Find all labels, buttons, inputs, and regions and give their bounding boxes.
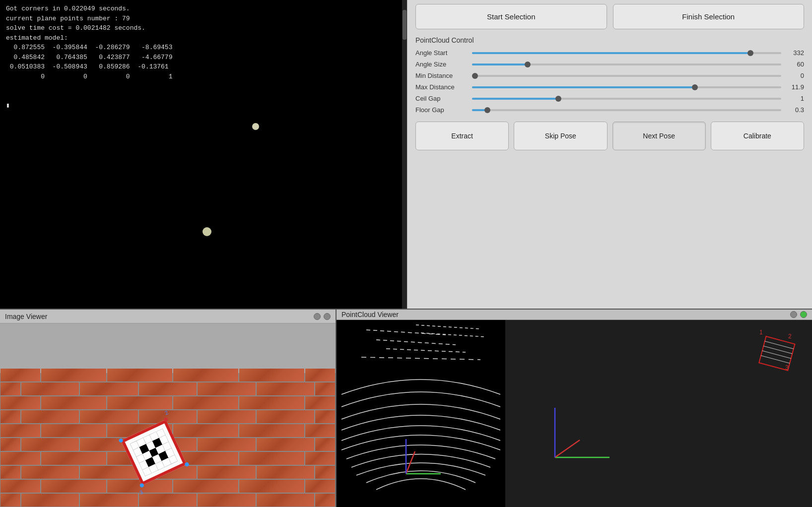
pc-btn-1[interactable] (790, 311, 797, 318)
finish-selection-button[interactable]: Finish Selection (613, 4, 805, 29)
ceil-gap-value: 1 (783, 95, 804, 102)
angle-start-track[interactable] (472, 52, 781, 54)
image-viewer-btn1[interactable] (314, 313, 321, 320)
pointcloud-viewer: PointCloud Viewer (337, 310, 812, 507)
pc-title: PointCloud Viewer (341, 311, 399, 318)
start-selection-button[interactable]: Start Selection (415, 4, 607, 29)
svg-line-4 (416, 325, 480, 329)
svg-line-1 (376, 340, 456, 345)
console-text: Got corners in 0.022049 seconds. current… (6, 4, 401, 111)
lidar-scan-svg (337, 320, 505, 505)
image-viewer: Image Viewer (0, 310, 337, 507)
floor-gap-label: Floor Gap (415, 106, 470, 114)
floor-gap-value: 0.3 (783, 106, 804, 114)
svg-text:2: 2 (788, 333, 792, 340)
pose-viewer: 1 2 3 (505, 320, 812, 507)
angle-start-row: Angle Start 332 (415, 49, 804, 57)
action-buttons: Extract Skip Pose Next Pose Calibrate (415, 122, 804, 150)
pose-axes-svg (525, 388, 624, 487)
angle-size-track[interactable] (472, 63, 781, 65)
svg-rect-9 (759, 336, 795, 371)
angle-size-label: Angle Size (415, 61, 470, 68)
angle-size-row: Angle Size 60 (415, 61, 804, 68)
max-distance-row: Max Distance 11.9 (415, 83, 804, 91)
console-panel: Got corners in 0.022049 seconds. current… (0, 0, 407, 309)
angle-start-label: Angle Start (415, 49, 470, 57)
min-distance-value: 0 (783, 72, 804, 79)
min-distance-label: Min Distance (415, 72, 470, 79)
ceil-gap-label: Ceil Gap (415, 95, 470, 102)
svg-text:1: 1 (759, 329, 763, 336)
selection-buttons: Start Selection Finish Selection (415, 4, 804, 29)
pc-titlebar: PointCloud Viewer (337, 310, 812, 320)
svg-line-2 (386, 349, 466, 352)
console-scrollbar[interactable] (402, 0, 407, 309)
control-panel: Start Selection Finish Selection PointCl… (407, 0, 812, 309)
image-viewer-title: Image Viewer (5, 313, 47, 320)
next-pose-button[interactable]: Next Pose (612, 122, 706, 150)
console-dot2 (203, 227, 211, 236)
angle-start-value: 332 (783, 49, 804, 57)
ceil-gap-track[interactable] (472, 98, 781, 100)
image-viewer-btn2[interactable] (324, 313, 331, 320)
svg-line-3 (361, 357, 480, 360)
pc-content: 1 2 3 (337, 320, 812, 507)
floor-gap-row: Floor Gap 0.3 (415, 106, 804, 114)
image-viewer-controls (314, 313, 331, 320)
extract-button[interactable]: Extract (415, 122, 509, 150)
min-distance-track[interactable] (472, 75, 781, 77)
pointcloud-control-title: PointCloud Control (415, 36, 804, 44)
corner-widget-svg: 1 2 3 (752, 327, 802, 377)
angle-size-value: 60 (783, 61, 804, 68)
calibrate-button[interactable]: Calibrate (711, 122, 804, 150)
image-viewer-content: 2 3 (0, 323, 336, 507)
max-distance-track[interactable] (472, 86, 781, 88)
min-distance-row: Min Distance 0 (415, 72, 804, 79)
svg-line-18 (555, 440, 580, 457)
pc-controls (790, 311, 807, 318)
bottom-area: Image Viewer (0, 309, 812, 507)
console-dot (252, 123, 259, 130)
floor-gap-track[interactable] (472, 109, 781, 111)
svg-text:3: 3 (785, 364, 789, 371)
max-distance-value: 11.9 (783, 83, 804, 91)
lidar-scan (337, 320, 505, 507)
ceil-gap-row: Ceil Gap 1 (415, 95, 804, 102)
gray-background (0, 323, 336, 373)
max-distance-label: Max Distance (415, 83, 470, 91)
skip-pose-button[interactable]: Skip Pose (514, 122, 607, 150)
image-viewer-titlebar: Image Viewer (0, 310, 336, 323)
svg-line-0 (366, 330, 446, 335)
svg-line-5 (421, 333, 485, 337)
pc-btn-2[interactable] (800, 311, 807, 318)
